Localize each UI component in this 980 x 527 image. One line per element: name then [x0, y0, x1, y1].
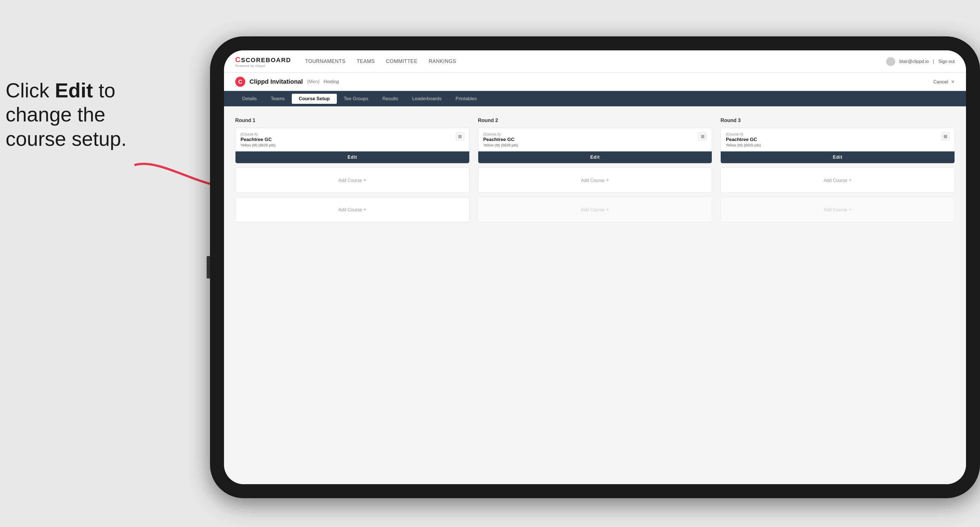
- round-2-course-delete-icon[interactable]: ⊠: [698, 132, 707, 141]
- cancel-button[interactable]: Cancel ✕: [933, 79, 955, 85]
- round-1-add-course-label-1: Add Course+: [338, 178, 366, 183]
- round-3-column: Round 3 (Course A) Peachtree GC Yellow (…: [721, 117, 955, 226]
- round-3-title: Round 3: [721, 117, 955, 124]
- logo-subtitle: Powered by clippd: [235, 64, 291, 67]
- tablet-side-button: [207, 256, 210, 278]
- round-2-course-details: Yellow (M) (6629 yds): [483, 143, 698, 147]
- nav-separator: |: [933, 59, 934, 64]
- tourney-name: Clippd Invitational: [250, 78, 303, 85]
- add-plus-icon-r3-2: +: [849, 207, 852, 213]
- add-course-text-1: Add Course: [338, 178, 362, 183]
- add-course-text-r3-2: Add Course: [824, 207, 848, 212]
- round-1-edit-button[interactable]: Edit: [235, 151, 469, 163]
- tourney-logo: C: [235, 77, 245, 87]
- round-2-column: Round 2 (Course A) Peachtree GC Yellow (…: [478, 117, 712, 226]
- top-nav: CSCOREBOARD Powered by clippd TOURNAMENT…: [224, 50, 966, 73]
- nav-link-teams[interactable]: TEAMS: [357, 57, 375, 66]
- rounds-grid: Round 1 (Course A) Peachtree GC Yellow (…: [235, 117, 955, 226]
- round-1-course-info: (Course A) Peachtree GC Yellow (M) (6629…: [240, 132, 456, 147]
- nav-links: TOURNAMENTS TEAMS COMMITTEE RANKINGS: [305, 57, 886, 66]
- round-1-title: Round 1: [235, 117, 469, 124]
- logo-area: CSCOREBOARD Powered by clippd: [235, 56, 291, 67]
- round-2-add-course-2: Add Course+: [478, 197, 712, 222]
- round-1-course-name: Peachtree GC: [240, 137, 456, 143]
- round-2-course-info: (Course A) Peachtree GC Yellow (M) (6629…: [483, 132, 698, 147]
- nav-link-committee[interactable]: COMMITTEE: [386, 57, 417, 66]
- logo-title: CSCOREBOARD: [235, 56, 291, 64]
- round-2-add-course-1[interactable]: Add Course+: [478, 168, 712, 193]
- user-email: blair@clippd.io: [899, 59, 929, 64]
- sign-out-link[interactable]: Sign out: [938, 59, 955, 64]
- cancel-label: Cancel: [933, 79, 948, 84]
- round-1-add-course-2[interactable]: Add Course+: [235, 197, 469, 222]
- round-3-add-course-1[interactable]: Add Course+: [721, 168, 955, 193]
- round-1-course-header: (Course A) Peachtree GC Yellow (M) (6629…: [235, 128, 469, 149]
- round-3-add-course-label-1: Add Course+: [824, 178, 852, 183]
- main-content: Round 1 (Course A) Peachtree GC Yellow (…: [224, 106, 966, 484]
- instruction-line1: Click Edit tochange thecourse setup.: [6, 79, 127, 150]
- round-3-course-name: Peachtree GC: [726, 137, 941, 143]
- user-avatar: [886, 57, 895, 66]
- round-2-course-card: (Course A) Peachtree GC Yellow (M) (6629…: [478, 128, 712, 163]
- tablet-screen: CSCOREBOARD Powered by clippd TOURNAMENT…: [224, 50, 966, 484]
- add-plus-icon-1: +: [363, 178, 366, 183]
- round-3-add-course-2: Add Course+: [721, 197, 955, 222]
- add-plus-icon-r2-1: +: [606, 178, 609, 183]
- round-3-edit-button[interactable]: Edit: [721, 151, 955, 163]
- round-1-course-card: (Course A) Peachtree GC Yellow (M) (6629…: [235, 128, 469, 163]
- round-3-course-info: (Course A) Peachtree GC Yellow (M) (6629…: [726, 132, 941, 147]
- round-2-edit-button[interactable]: Edit: [478, 151, 712, 163]
- round-2-title: Round 2: [478, 117, 712, 124]
- round-1-course-delete-icon[interactable]: ⊠: [456, 132, 464, 141]
- round-1-add-course-1[interactable]: Add Course+: [235, 168, 469, 193]
- add-course-text-r2-2: Add Course: [581, 207, 605, 212]
- round-1-add-course-label-2: Add Course+: [338, 207, 366, 213]
- tab-printables[interactable]: Printables: [449, 94, 484, 104]
- round-2-add-course-label-1: Add Course+: [581, 178, 609, 183]
- round-2-course-header: (Course A) Peachtree GC Yellow (M) (6629…: [478, 128, 712, 149]
- tourney-gender: (Men): [307, 79, 320, 84]
- round-2-course-label: (Course A): [483, 132, 698, 136]
- tourney-status: Hosting: [324, 79, 339, 84]
- add-course-text-2: Add Course: [338, 207, 362, 212]
- round-3-add-course-label-2: Add Course+: [824, 207, 852, 213]
- app-container: CSCOREBOARD Powered by clippd TOURNAMENT…: [224, 50, 966, 484]
- tab-teams[interactable]: Teams: [264, 94, 292, 104]
- sub-header: C Clippd Invitational (Men) Hosting Canc…: [224, 73, 966, 91]
- tab-details[interactable]: Details: [235, 94, 264, 104]
- round-2-course-name: Peachtree GC: [483, 137, 698, 143]
- round-3-course-label: (Course A): [726, 132, 941, 136]
- round-3-course-details: Yellow (M) (6629 yds): [726, 143, 941, 147]
- cancel-x-icon: ✕: [951, 79, 955, 84]
- round-3-course-header: (Course A) Peachtree GC Yellow (M) (6629…: [721, 128, 955, 149]
- nav-link-rankings[interactable]: RANKINGS: [429, 57, 456, 66]
- sub-header-right: Cancel ✕: [933, 79, 955, 85]
- nav-link-tournaments[interactable]: TOURNAMENTS: [305, 57, 345, 66]
- round-2-add-course-label-2: Add Course+: [581, 207, 609, 213]
- add-plus-icon-2: +: [363, 207, 366, 213]
- instruction-text: Click Edit tochange thecourse setup.: [6, 78, 179, 151]
- tab-course-setup[interactable]: Course Setup: [292, 94, 337, 104]
- round-1-column: Round 1 (Course A) Peachtree GC Yellow (…: [235, 117, 469, 226]
- edit-bold: Edit: [55, 79, 93, 102]
- add-plus-icon-r3-1: +: [849, 178, 852, 183]
- round-1-course-details: Yellow (M) (6629 yds): [240, 143, 456, 147]
- tab-leaderboards[interactable]: Leaderboards: [405, 94, 449, 104]
- tab-results[interactable]: Results: [375, 94, 405, 104]
- logo-title-text: SCOREBOARD: [241, 57, 291, 63]
- logo-c-letter: C: [235, 56, 241, 64]
- round-3-course-card: (Course A) Peachtree GC Yellow (M) (6629…: [721, 128, 955, 163]
- add-course-text-r2-1: Add Course: [581, 178, 605, 183]
- round-1-course-label: (Course A): [240, 132, 456, 136]
- tab-bar: Details Teams Course Setup Tee Groups Re…: [224, 91, 966, 106]
- tablet-shell: CSCOREBOARD Powered by clippd TOURNAMENT…: [210, 37, 980, 498]
- add-course-text-r3-1: Add Course: [824, 178, 848, 183]
- add-plus-icon-r2-2: +: [606, 207, 609, 213]
- nav-right: blair@clippd.io | Sign out: [886, 57, 955, 66]
- tab-tee-groups[interactable]: Tee Groups: [337, 94, 375, 104]
- round-3-course-delete-icon[interactable]: ⊠: [941, 132, 950, 141]
